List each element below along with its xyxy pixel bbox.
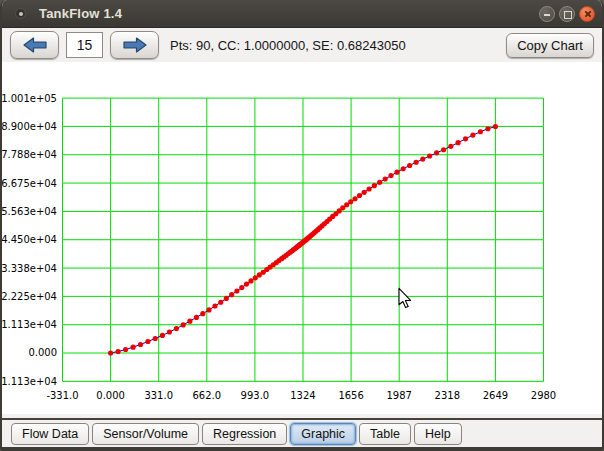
minimize-icon[interactable] [539,6,555,22]
svg-text:-1.113e+04: -1.113e+04 [2,376,57,387]
svg-text:662.0: 662.0 [192,390,221,401]
svg-text:5.563e+04: 5.563e+04 [2,206,57,217]
svg-text:2.225e+04: 2.225e+04 [2,291,57,302]
next-button[interactable] [110,31,159,59]
tab-graphic[interactable]: Graphic [290,423,356,445]
svg-text:1324: 1324 [290,390,315,401]
svg-text:1.113e+04: 1.113e+04 [2,319,57,330]
svg-text:8.900e+04: 8.900e+04 [2,121,57,132]
y-axis-tick-labels: 1.001e+058.900e+047.788e+046.675e+045.56… [2,93,57,387]
svg-text:1987: 1987 [386,390,411,401]
tab-bar: Flow DataSensor/VolumeRegressionGraphicT… [2,418,602,447]
page-number-input[interactable] [66,32,103,58]
svg-text:4.450e+04: 4.450e+04 [2,234,57,245]
svg-text:1656: 1656 [338,390,363,401]
mouse-cursor [399,288,411,307]
svg-text:7.788e+04: 7.788e+04 [2,149,57,160]
tab-help[interactable]: Help [414,423,462,445]
maximize-icon[interactable] [559,6,575,22]
app-icon [15,8,26,19]
svg-text:1.001e+05: 1.001e+05 [2,93,57,104]
svg-text:331.0: 331.0 [144,390,173,401]
svg-text:2318: 2318 [435,390,460,401]
app-window: TankFlow 1.4 Pts: 90, CC: 1.0000000, SE:… [0,0,604,451]
arrow-left-icon [23,37,47,53]
tab-table[interactable]: Table [359,423,411,445]
tab-sensor-volume[interactable]: Sensor/Volume [92,423,199,445]
toolbar: Pts: 90, CC: 1.0000000, SE: 0.68243050 C… [2,28,602,62]
svg-text:2980: 2980 [531,390,556,401]
stats-readout: Pts: 90, CC: 1.0000000, SE: 0.68243050 [170,38,406,53]
window-controls [539,6,595,22]
svg-text:3.338e+04: 3.338e+04 [2,263,57,274]
svg-text:6.675e+04: 6.675e+04 [2,178,57,189]
chart-panel: 1.001e+058.900e+047.788e+046.675e+045.56… [2,62,602,414]
x-axis-tick-labels: -331.00.000331.0662.0993.013241656198723… [46,390,556,401]
svg-text:0.000: 0.000 [28,348,57,359]
svg-text:0.000: 0.000 [96,390,125,401]
previous-button[interactable] [10,31,59,59]
arrow-right-icon [123,37,147,53]
close-icon[interactable] [579,6,595,22]
tab-flow-data[interactable]: Flow Data [11,423,89,445]
svg-text:993.0: 993.0 [241,390,270,401]
window-title: TankFlow 1.4 [39,6,122,21]
copy-chart-button[interactable]: Copy Chart [506,33,594,58]
title-bar[interactable]: TankFlow 1.4 [2,0,602,28]
flow-volume-chart[interactable]: 1.001e+058.900e+047.788e+046.675e+045.56… [2,62,602,414]
svg-text:-331.0: -331.0 [46,390,78,401]
tab-regression[interactable]: Regression [202,423,287,445]
svg-text:2649: 2649 [483,390,508,401]
